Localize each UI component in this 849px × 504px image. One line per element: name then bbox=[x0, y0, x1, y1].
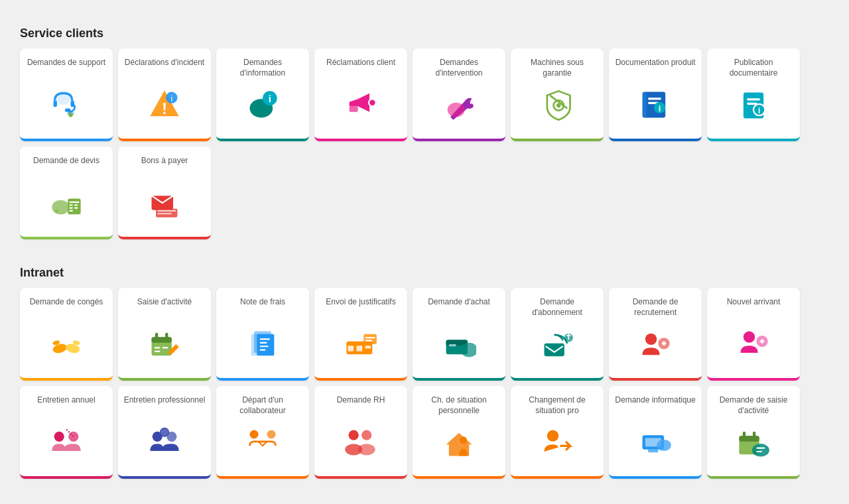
card-label-envoi-justificatifs: Envoi de justificatifs bbox=[326, 297, 395, 317]
card-label-demande-saisie-activite: Demande de saisie d'activité bbox=[712, 395, 795, 416]
card-icon-demandes-intervention bbox=[439, 78, 479, 132]
card-reclamations-client[interactable]: Réclamations client bbox=[314, 48, 407, 141]
card-declarations-incident[interactable]: Déclarations d'incident bbox=[118, 48, 211, 141]
card-icon-nouvel-arrivant bbox=[734, 317, 773, 371]
card-demandes-support[interactable]: Demandes de support bbox=[20, 48, 113, 141]
card-label-documentation-produit: Documentation produit bbox=[616, 58, 696, 78]
card-envoi-justificatifs[interactable]: Envoi de justificatifs bbox=[314, 288, 407, 381]
card-label-demande-achat: Demande d'achat bbox=[428, 297, 490, 317]
card-demande-abonnement[interactable]: Demande d'abonnement bbox=[511, 288, 604, 381]
section-title-intranet: Intranet bbox=[20, 266, 829, 280]
card-icon-entretien-professionnel bbox=[145, 415, 184, 470]
card-bons-payer[interactable]: Bons à payer bbox=[118, 147, 211, 239]
card-nouvel-arrivant[interactable]: Nouvel arrivant bbox=[707, 288, 800, 381]
card-documentation-produit[interactable]: Documentation produit bbox=[609, 48, 702, 141]
card-label-changement-situation-pro: Changement de situation pro bbox=[516, 395, 598, 416]
card-label-demande-recrutement: Demande de recrutement bbox=[614, 297, 696, 318]
card-machines-garantie[interactable]: Machines sous garantie bbox=[511, 48, 604, 141]
card-icon-demande-saisie-activite bbox=[734, 416, 773, 470]
card-label-demande-abonnement: Demande d'abonnement bbox=[516, 297, 598, 318]
card-note-frais[interactable]: Note de frais bbox=[216, 288, 309, 381]
card-label-demandes-information: Demandes d'information bbox=[222, 58, 304, 78]
card-icon-declarations-incident bbox=[145, 78, 184, 132]
card-label-demande-devis: Demande de devis bbox=[33, 156, 99, 176]
card-label-machines-garantie: Machines sous garantie bbox=[516, 58, 598, 78]
card-demande-rh[interactable]: Demande RH bbox=[314, 386, 407, 479]
card-label-demande-informatique: Demande informatique bbox=[615, 395, 695, 415]
card-icon-machines-garantie bbox=[537, 78, 577, 132]
section-service-clients: Service clients Demandes de supportDécla… bbox=[20, 27, 829, 239]
card-icon-demande-rh bbox=[341, 415, 381, 470]
card-demande-achat[interactable]: Demande d'achat bbox=[413, 288, 505, 381]
card-demande-saisie-activite[interactable]: Demande de saisie d'activité bbox=[707, 386, 800, 479]
card-label-declarations-incident: Déclarations d'incident bbox=[125, 58, 204, 78]
card-icon-demande-achat bbox=[439, 317, 479, 371]
card-label-note-frais: Note de frais bbox=[240, 297, 285, 317]
card-demande-recrutement[interactable]: Demande de recrutement bbox=[609, 288, 702, 381]
card-icon-demande-conges bbox=[46, 317, 86, 371]
card-changement-situation-pro[interactable]: Changement de situation pro bbox=[511, 386, 604, 479]
card-entretien-annuel[interactable]: Entretien annuel bbox=[20, 386, 113, 479]
card-saisie-activite[interactable]: Saisie d'activité bbox=[118, 288, 211, 381]
card-demandes-information[interactable]: Demandes d'information bbox=[216, 48, 309, 141]
card-depart-collaborateur[interactable]: Départ d'un collaborateur bbox=[216, 386, 309, 479]
card-icon-documentation-produit bbox=[635, 78, 675, 132]
card-demande-conges[interactable]: Demande de congés bbox=[20, 288, 113, 381]
card-label-demandes-intervention: Demandes d'intervention bbox=[418, 58, 500, 78]
card-icon-ch-situation-personnelle bbox=[439, 416, 479, 470]
card-label-publication-documentaire: Publication documentaire bbox=[712, 58, 795, 78]
card-icon-depart-collaborateur bbox=[243, 416, 283, 470]
card-icon-publication-documentaire bbox=[734, 78, 773, 132]
card-icon-demande-recrutement bbox=[635, 318, 675, 371]
card-label-demandes-support: Demandes de support bbox=[27, 58, 105, 78]
card-ch-situation-personnelle[interactable]: Ch. de situation personnelle bbox=[413, 386, 505, 479]
card-demandes-intervention[interactable]: Demandes d'intervention bbox=[413, 48, 505, 141]
card-publication-documentaire[interactable]: Publication documentaire bbox=[707, 48, 800, 141]
section-title-service-clients: Service clients bbox=[20, 27, 829, 40]
card-label-saisie-activite: Saisie d'activité bbox=[137, 297, 192, 317]
card-icon-bons-payer bbox=[145, 176, 184, 230]
card-demande-informatique[interactable]: Demande informatique bbox=[609, 386, 702, 479]
card-label-bons-payer: Bons à payer bbox=[141, 156, 188, 176]
card-demande-devis[interactable]: Demande de devis bbox=[20, 147, 113, 239]
card-entretien-professionnel[interactable]: Entretien professionnel bbox=[118, 386, 211, 479]
section-intranet: Intranet Demande de congésSaisie d'activ… bbox=[20, 266, 829, 479]
card-icon-entretien-annuel bbox=[46, 415, 86, 470]
card-label-nouvel-arrivant: Nouvel arrivant bbox=[727, 297, 781, 317]
card-icon-envoi-justificatifs bbox=[341, 317, 381, 371]
card-icon-demande-informatique bbox=[635, 415, 675, 470]
card-label-entretien-professionnel: Entretien professionnel bbox=[124, 395, 206, 415]
card-label-depart-collaborateur: Départ d'un collaborateur bbox=[222, 395, 304, 416]
card-label-ch-situation-personnelle: Ch. de situation personnelle bbox=[418, 395, 500, 416]
card-icon-demandes-support bbox=[46, 78, 86, 132]
card-icon-note-frais bbox=[243, 317, 283, 371]
card-label-entretien-annuel: Entretien annuel bbox=[37, 395, 95, 415]
card-icon-demandes-information bbox=[243, 78, 283, 132]
card-icon-reclamations-client bbox=[341, 78, 381, 132]
card-label-demande-rh: Demande RH bbox=[337, 395, 385, 415]
card-icon-demande-devis bbox=[46, 176, 86, 230]
cards-grid-intranet: Demande de congésSaisie d'activitéNote d… bbox=[20, 288, 829, 479]
card-label-reclamations-client: Réclamations client bbox=[326, 58, 395, 78]
card-icon-saisie-activite bbox=[145, 317, 184, 371]
card-icon-changement-situation-pro bbox=[537, 416, 577, 470]
card-icon-demande-abonnement bbox=[537, 318, 577, 371]
cards-grid-service-clients: Demandes de supportDéclarations d'incide… bbox=[20, 48, 829, 239]
card-label-demande-conges: Demande de congés bbox=[30, 297, 103, 317]
page-content: Service clients Demandes de supportDécla… bbox=[20, 27, 829, 479]
